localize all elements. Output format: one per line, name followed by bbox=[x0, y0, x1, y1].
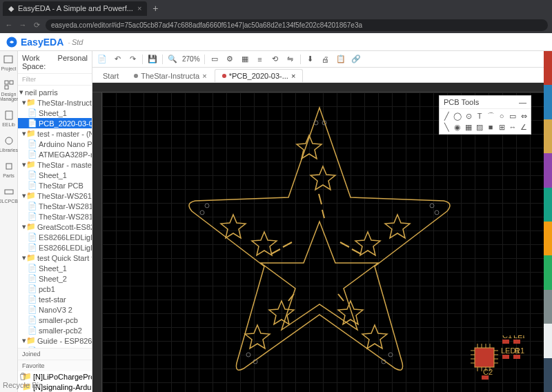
tree-folder[interactable]: ▾📁test Quick Start to EasyEDA - mast bbox=[18, 253, 92, 263]
zoom-icon[interactable]: 🔍 bbox=[166, 53, 179, 66]
layers-icon[interactable]: ▦ bbox=[238, 53, 252, 66]
tree-file[interactable]: 📄Sheet_1 bbox=[18, 108, 92, 118]
pad-icon[interactable]: ◯ bbox=[452, 110, 463, 121]
align-icon[interactable]: ≡ bbox=[253, 53, 267, 66]
measure-icon[interactable]: ⇔ bbox=[518, 110, 529, 121]
dimension-icon[interactable]: ↔ bbox=[507, 121, 518, 133]
tree-file-selected[interactable]: 📄PCB_2020-03-09 22:39:17 bbox=[18, 118, 92, 128]
svg-rect-7 bbox=[5, 190, 13, 194]
select-icon[interactable]: ▭ bbox=[208, 53, 221, 66]
favorite-section[interactable]: Favorite bbox=[18, 360, 92, 371]
tree-file[interactable]: 📄ATMEGA328P-rotation-test bbox=[18, 149, 92, 159]
svg-line-8 bbox=[319, 194, 322, 204]
tree-file[interactable]: 📄Sheet_2 bbox=[18, 273, 92, 284]
rect-icon[interactable]: ▭ bbox=[507, 110, 518, 121]
tree-file[interactable]: 📄Sheet_1 bbox=[18, 263, 92, 273]
via-icon[interactable]: ⊙ bbox=[463, 110, 474, 121]
tree-folder[interactable]: ▾📁TheStar-Instructables - master - (N bbox=[18, 97, 92, 108]
tree-folder[interactable]: ▾📁Guide - ESP8266_Quickly Design bbox=[18, 335, 92, 346]
rotate-icon[interactable]: ⟲ bbox=[268, 53, 282, 66]
svg-point-5 bbox=[6, 137, 12, 144]
new-tab-button[interactable]: + bbox=[152, 3, 158, 14]
joined-section[interactable]: Joined bbox=[18, 348, 92, 360]
arc-icon[interactable]: ⌒ bbox=[485, 110, 496, 121]
app-header: EasyEDA -Std bbox=[0, 33, 552, 51]
tab-pcb-active[interactable]: *PCB_2020-03-...× bbox=[215, 69, 304, 82]
tree-file[interactable]: 📄TheStar-WS2812-PCB bbox=[18, 211, 92, 222]
label-c1: C1 bbox=[502, 335, 512, 340]
tree-folder[interactable]: ▾📁GreatScott-ES8266LEDLight - mast bbox=[18, 222, 92, 232]
recycle-bin[interactable]: Recycle Bin bbox=[3, 371, 43, 389]
redo-icon[interactable]: ↷ bbox=[126, 53, 139, 66]
flip-icon[interactable]: ⇋ bbox=[284, 53, 297, 66]
tree-file[interactable]: 📄ES8266LEDLight PCB bbox=[18, 242, 92, 253]
rail-jlcpcb[interactable]: JLCPCB bbox=[0, 186, 18, 204]
close-icon: × bbox=[291, 72, 295, 80]
workspace-header: Work Space: Personal bbox=[18, 51, 92, 74]
filter-input[interactable]: Filter bbox=[18, 74, 92, 86]
tree-folder[interactable]: ▾📁TheStar - master - (Neil Parris) bbox=[18, 159, 92, 170]
forward-icon[interactable]: → bbox=[18, 20, 28, 30]
reload-icon[interactable]: ⟳ bbox=[32, 20, 41, 30]
connect-icon[interactable]: ⊞ bbox=[496, 121, 507, 133]
undo-icon[interactable]: ↶ bbox=[110, 53, 124, 66]
protractor-icon[interactable]: ∠ bbox=[518, 121, 529, 133]
tree-file[interactable]: 📄ES8266LEDLight bbox=[18, 232, 92, 242]
tree-folder[interactable]: ▾📁test - master - (Neil Parris) bbox=[18, 128, 92, 139]
rail-libraries[interactable]: Libraries bbox=[0, 135, 18, 153]
back-icon[interactable]: ← bbox=[4, 20, 14, 30]
hole-icon[interactable]: ◉ bbox=[452, 121, 463, 133]
pcb-tools-panel[interactable]: PCB Tools— ╱ ◯ ⊙ T ⌒ ○ ▭ ⇔ ╲ ◉ ▦ ▨ bbox=[439, 95, 531, 135]
save-icon[interactable]: 💾 bbox=[146, 53, 159, 66]
svg-rect-43 bbox=[502, 340, 509, 344]
share-icon[interactable]: 🔗 bbox=[349, 53, 363, 66]
svg-point-18 bbox=[430, 204, 434, 208]
file-menu-icon[interactable]: 📄 bbox=[95, 53, 109, 66]
browser-address-bar: ← → ⟳ easyeda.com/editor#id=75ac05cb87ad… bbox=[0, 17, 552, 33]
browser-tab[interactable]: ◆ EasyEDA - A Simple and Powerf... × bbox=[3, 1, 147, 16]
rail-eelib[interactable]: EELib bbox=[2, 110, 15, 127]
tree-file[interactable]: 📄TheStar-WS2812-sch bbox=[18, 201, 92, 211]
text-icon[interactable]: T bbox=[474, 110, 485, 121]
svg-rect-3 bbox=[10, 81, 13, 84]
pcb-canvas[interactable]: C1 LED2 LED1 R1 C2 PCB Tools— ╱ ◯ ⊙ T ⌒ bbox=[102, 92, 544, 392]
rail-parts[interactable]: Parts bbox=[3, 161, 14, 178]
tree-file[interactable]: 📄Sheet_1 bbox=[18, 170, 92, 180]
circle-icon[interactable]: ○ bbox=[496, 110, 507, 121]
line-icon[interactable]: ╲ bbox=[441, 121, 452, 133]
rail-design-manager[interactable]: Design Manager bbox=[0, 79, 18, 101]
tree-user[interactable]: ▾ neil parris bbox=[18, 87, 92, 97]
logo[interactable]: EasyEDA -Std bbox=[6, 36, 83, 48]
rail-project[interactable]: Project bbox=[1, 54, 17, 71]
bom-icon[interactable]: 📋 bbox=[334, 53, 348, 66]
layer-palette[interactable] bbox=[544, 51, 552, 392]
print-icon[interactable]: 🖨 bbox=[319, 53, 333, 66]
tree-file[interactable]: 📄pcb1 bbox=[18, 284, 92, 294]
tree-file[interactable]: 📄smaller-pcb bbox=[18, 315, 92, 325]
track-icon[interactable]: ╱ bbox=[441, 110, 452, 121]
url-input[interactable]: easyeda.com/editor#id=75ac05cb87ad47c688… bbox=[46, 19, 548, 31]
main-area: 📄 ↶ ↷ 💾 🔍 270% ▭ ⚙ ▦ ≡ ⟲ ⇋ ⬇ 🖨 📋 🔗 Start… bbox=[92, 51, 544, 392]
image-icon[interactable]: ▦ bbox=[463, 121, 474, 133]
tree-file[interactable]: 📄test-star bbox=[18, 294, 92, 304]
browser-tab-strip: ◆ EasyEDA - A Simple and Powerf... × + bbox=[0, 0, 552, 17]
tab-start[interactable]: Start bbox=[95, 69, 126, 82]
solid-icon[interactable]: ■ bbox=[485, 121, 496, 133]
zoom-value[interactable]: 270% bbox=[181, 55, 201, 63]
tab-title: EasyEDA - A Simple and Powerf... bbox=[18, 4, 133, 12]
tree-file[interactable]: 📄TheStar PCB bbox=[18, 180, 92, 190]
tree-folder[interactable]: ▾📁TheStar-WS2612B - master - (Neil bbox=[18, 190, 92, 201]
workspace-value[interactable]: Personal bbox=[58, 54, 88, 70]
svg-rect-1 bbox=[4, 56, 12, 63]
gear-icon[interactable]: ⚙ bbox=[223, 53, 237, 66]
export-icon[interactable]: ⬇ bbox=[304, 53, 317, 66]
app-body: Project Design Manager EELib Libraries P… bbox=[0, 51, 552, 392]
tree-file[interactable]: 📄Arduino Nano Pboutoef bbox=[18, 139, 92, 149]
tree-file[interactable]: 📄smaller-pcb2 bbox=[18, 325, 92, 335]
copper-icon[interactable]: ▨ bbox=[474, 121, 485, 133]
tab-thestar[interactable]: TheStar-Instructa× bbox=[126, 69, 214, 82]
close-icon[interactable]: × bbox=[137, 4, 141, 12]
canvas-wrapper: C1 LED2 LED1 R1 C2 PCB Tools— ╱ ◯ ⊙ T ⌒ bbox=[92, 83, 544, 392]
minimize-icon[interactable]: — bbox=[519, 98, 526, 106]
tree-file[interactable]: 📄NanoV3 2 bbox=[18, 304, 92, 315]
